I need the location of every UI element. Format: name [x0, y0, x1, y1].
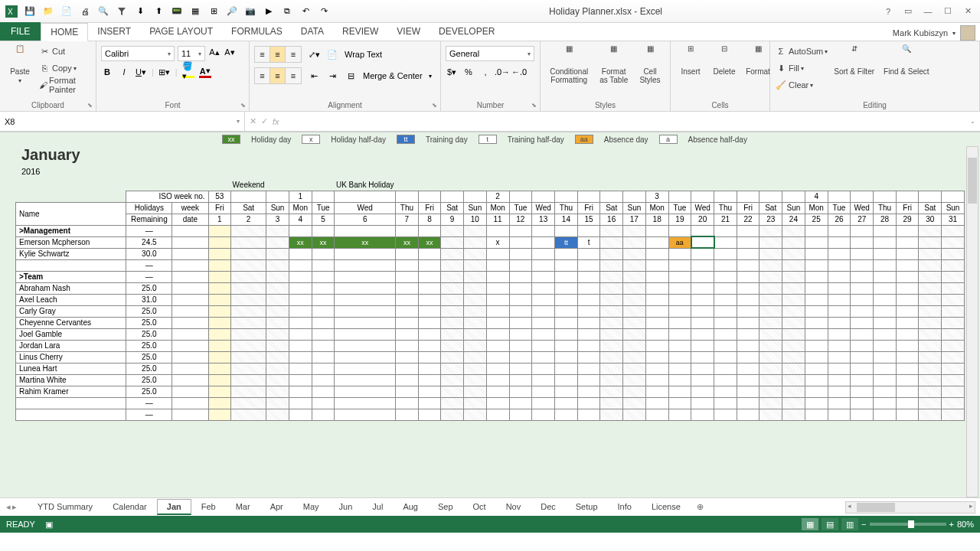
sheet-tab-license[interactable]: License [642, 499, 691, 515]
sheet-tab-mar[interactable]: Mar [226, 499, 260, 515]
folder-icon[interactable]: 📁 [40, 3, 57, 20]
fill-color-button[interactable]: 🪣▾ [182, 66, 194, 78]
horizontal-scrollbar[interactable]: ◂▸ [845, 501, 975, 514]
macro-record-icon[interactable]: ▣ [43, 518, 55, 530]
sort-desc-icon[interactable]: ⬆ [150, 3, 167, 20]
delete-button[interactable]: ⊟Delete [709, 43, 740, 77]
tab-developer[interactable]: DEVELOPER [430, 22, 504, 41]
sheet-tab-dec[interactable]: Dec [531, 499, 566, 515]
undo-icon[interactable]: ↶ [297, 3, 314, 20]
zoom-in-button[interactable]: + [949, 520, 954, 529]
tab-file[interactable]: FILE [0, 22, 41, 41]
copy-button[interactable]: ⎘Copy▾ [38, 60, 91, 77]
view-normal-button[interactable]: ▦ [802, 518, 818, 530]
tab-data[interactable]: DATA [292, 22, 333, 41]
sheet-tab-apr[interactable]: Apr [260, 499, 293, 515]
view-pagelayout-button[interactable]: ▤ [822, 518, 838, 530]
dialog-launcher-icon[interactable]: ⬊ [85, 100, 94, 109]
dialog-launcher-icon[interactable]: ⬊ [529, 100, 538, 109]
close-button[interactable]: ✕ [959, 4, 977, 19]
sheet-tab-info[interactable]: Info [608, 499, 642, 515]
dec-indent-icon[interactable]: ⇤ [308, 70, 320, 82]
autosum-button[interactable]: ΣAutoSum▾ [775, 43, 828, 60]
printpreview-icon[interactable]: 🔍 [95, 3, 112, 20]
tab-nav-first-icon[interactable]: ◂ [6, 502, 11, 512]
halign-group[interactable]: ≡≡≡ [254, 67, 302, 84]
valign-group[interactable]: ≡≡≡ [254, 46, 302, 63]
inc-decimal-button[interactable]: .0→ [496, 66, 508, 78]
sheet-tab-sep[interactable]: Sep [428, 499, 463, 515]
freeze-icon[interactable]: ▦ [187, 3, 204, 20]
sheet-tab-calendar[interactable]: Calendar [103, 499, 157, 515]
help-icon[interactable]: ? [879, 4, 897, 19]
tab-home[interactable]: HOME [41, 23, 88, 41]
sheet-tab-jul[interactable]: Jul [362, 499, 393, 515]
paste-button[interactable]: 📋 Paste▾ [5, 43, 35, 86]
inc-indent-icon[interactable]: ⇥ [326, 70, 338, 82]
sheet-tab-aug[interactable]: Aug [393, 499, 428, 515]
zoom-slider[interactable] [870, 523, 946, 526]
zoom-icon[interactable]: 🔎 [224, 3, 240, 20]
view-pagebreak-button[interactable]: ▥ [841, 518, 858, 530]
increase-font-icon[interactable]: A▴ [208, 46, 220, 58]
wrap-text-button[interactable]: 📄 [326, 48, 338, 60]
orientation-button[interactable]: ⤢▾ [308, 48, 320, 60]
sheet-tab-feb[interactable]: Feb [191, 499, 226, 515]
borders-icon[interactable]: ⊞ [205, 3, 222, 20]
dialog-launcher-icon[interactable]: ⬊ [238, 100, 247, 109]
border-button[interactable]: ⊞▾ [158, 66, 171, 78]
tab-view[interactable]: VIEW [387, 22, 430, 41]
cut-button[interactable]: ✂Cut [38, 43, 91, 60]
expand-formula-icon[interactable]: ⌄ [965, 118, 980, 125]
maximize-button[interactable]: ☐ [939, 4, 957, 19]
planner-grid[interactable]: WeekendUK Bank HolidayISO week no.531234… [15, 179, 965, 421]
user-name[interactable]: Mark Kubiszyn [893, 28, 948, 37]
clear-button[interactable]: 🧹Clear▾ [775, 77, 828, 93]
avatar[interactable] [960, 25, 975, 41]
font-color-button[interactable]: A▾ [199, 66, 211, 78]
format-button[interactable]: ▦Format [743, 43, 773, 77]
sheet-tab-setup[interactable]: Setup [566, 499, 608, 515]
add-sheet-button[interactable]: ⊕ [691, 500, 710, 514]
sort-filter-button[interactable]: ⇵Sort & Filter [831, 43, 877, 77]
name-box[interactable]: X8 [0, 112, 245, 131]
zoom-level[interactable]: 80% [957, 520, 974, 529]
camera-icon[interactable]: 📷 [242, 3, 259, 20]
number-format-select[interactable]: General [446, 46, 534, 61]
merge-button[interactable]: ⊟ [345, 70, 357, 82]
dialog-launcher-icon[interactable]: ⬊ [430, 100, 439, 109]
tab-nav-prev-icon[interactable]: ▸ [12, 502, 17, 512]
currency-button[interactable]: $▾ [446, 66, 458, 78]
font-size-select[interactable]: 11 [178, 46, 205, 61]
sheet-tab-jan[interactable]: Jan [157, 499, 191, 515]
conditional-format-button[interactable]: ▦Conditional Formatting [545, 43, 593, 86]
quickprint-icon[interactable]: 🖨 [77, 3, 93, 20]
ribbon-options-icon[interactable]: ▭ [899, 4, 917, 19]
enter-icon[interactable]: ✓ [261, 116, 268, 126]
save-icon[interactable]: 💾 [21, 3, 38, 20]
vertical-scrollbar[interactable] [966, 146, 978, 497]
calc-icon[interactable]: 📟 [168, 3, 185, 20]
new-icon[interactable]: 📄 [58, 3, 75, 20]
switch-icon[interactable]: ⧉ [279, 3, 296, 20]
sheet-tab-oct[interactable]: Oct [463, 499, 496, 515]
macros-icon[interactable]: ▶ [260, 3, 277, 20]
dec-decimal-button[interactable]: ←.0 [513, 66, 525, 78]
zoom-out-button[interactable]: − [861, 520, 866, 529]
fill-button[interactable]: ⬇Fill▾ [775, 60, 828, 77]
redo-icon[interactable]: ↷ [315, 3, 332, 20]
tab-formulas[interactable]: FORMULAS [222, 22, 292, 41]
minimize-button[interactable]: — [919, 4, 937, 19]
insert-button[interactable]: ⊞Insert [675, 43, 706, 77]
tab-insert[interactable]: INSERT [88, 22, 140, 41]
sort-asc-icon[interactable]: ⬇ [132, 3, 149, 20]
tab-review[interactable]: REVIEW [333, 22, 387, 41]
decrease-font-icon[interactable]: A▾ [224, 46, 236, 58]
sheet-tab-may[interactable]: May [293, 499, 329, 515]
filter-icon[interactable] [113, 3, 130, 20]
cell-styles-button[interactable]: ▦Cell Styles [635, 43, 665, 86]
sheet-tab-nov[interactable]: Nov [496, 499, 531, 515]
comma-button[interactable]: , [479, 66, 492, 78]
fx-icon[interactable]: fx [273, 117, 279, 126]
percent-button[interactable]: % [462, 66, 475, 78]
